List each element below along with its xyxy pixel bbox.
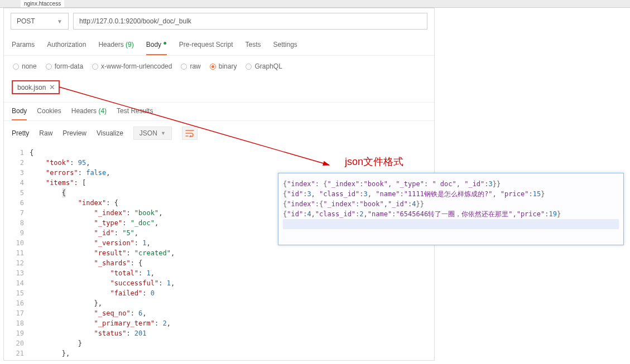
radio-none[interactable]: none xyxy=(13,62,37,70)
tab-headers[interactable]: Headers (9) xyxy=(98,41,133,55)
radio-icon xyxy=(246,64,252,70)
request-row: POST ▼ http://127.0.0.1:9200/book/_doc/_… xyxy=(4,8,434,34)
tab-body-label: Body xyxy=(146,41,161,48)
json-file-box: {"index": {"_index":"book", "_type": " d… xyxy=(278,173,624,245)
radio-icon xyxy=(181,64,187,70)
radio-icon xyxy=(92,64,98,70)
radio-urlencoded[interactable]: x-www-form-urlencoded xyxy=(92,62,172,70)
url-text: http://127.0.0.1:9200/book/_doc/_bulk xyxy=(79,17,191,25)
resp-tab-test-results[interactable]: Test Results xyxy=(117,107,153,120)
radio-graphql-label: GraphQL xyxy=(254,62,282,70)
tab-prerequest[interactable]: Pre-request Script xyxy=(179,41,233,55)
request-tabs: Params Authorization Headers (9) Body • … xyxy=(4,34,434,56)
url-input[interactable]: http://127.0.0.1:9200/book/_doc/_bulk xyxy=(73,13,427,30)
radio-formdata-label: form-data xyxy=(55,62,83,70)
radio-binary[interactable]: binary xyxy=(210,62,237,70)
annotation-title: json文件格式 xyxy=(345,155,403,168)
response-tabs: Body Cookies Headers (4) Test Results xyxy=(4,103,434,121)
radio-binary-label: binary xyxy=(219,62,237,70)
http-method-label: POST xyxy=(17,17,35,25)
tab-authorization[interactable]: Authorization xyxy=(47,41,86,55)
tab-tests[interactable]: Tests xyxy=(245,41,261,55)
resp-tab-headers-label: Headers xyxy=(71,107,97,115)
view-pretty[interactable]: Pretty xyxy=(12,129,29,137)
body-type-radios: none form-data x-www-form-urlencoded raw… xyxy=(4,56,434,77)
view-raw[interactable]: Raw xyxy=(39,129,52,137)
resp-tab-cookies[interactable]: Cookies xyxy=(37,107,61,120)
response-toolbar: Pretty Raw Preview Visualize JSON ▼ xyxy=(4,121,434,145)
radio-formdata[interactable]: form-data xyxy=(46,62,83,70)
resp-tab-headers-count: (4) xyxy=(98,107,107,115)
wrap-icon xyxy=(185,129,194,137)
file-chip-name: book.json xyxy=(17,84,46,91)
editor-tab-strip xyxy=(0,0,630,8)
resp-tab-headers[interactable]: Headers (4) xyxy=(71,107,107,120)
tab-headers-label: Headers xyxy=(98,41,123,48)
radio-raw-label: raw xyxy=(190,62,200,70)
tab-params[interactable]: Params xyxy=(12,41,35,55)
radio-raw[interactable]: raw xyxy=(181,62,200,70)
close-icon[interactable]: ✕ xyxy=(49,83,55,91)
radio-urlencoded-label: x-www-form-urlencoded xyxy=(101,62,172,70)
radio-icon xyxy=(13,64,19,70)
radio-none-label: none xyxy=(22,62,37,70)
view-visualize[interactable]: Visualize xyxy=(97,129,123,137)
code-source: { "took": 95, "errors": false, "items": … xyxy=(30,148,175,358)
line-gutter: 123456789101112131415161718192021 xyxy=(4,148,30,358)
resp-tab-body[interactable]: Body xyxy=(12,107,27,120)
radio-icon-selected xyxy=(210,64,216,70)
lang-select[interactable]: JSON ▼ xyxy=(133,127,172,140)
chevron-down-icon: ▼ xyxy=(161,130,166,136)
modified-dot-icon: • xyxy=(163,38,166,49)
tab-settings[interactable]: Settings xyxy=(273,41,297,55)
editor-file-tab[interactable]: nginx.htaccess xyxy=(21,0,64,7)
lang-label: JSON xyxy=(140,129,157,137)
http-method-select[interactable]: POST ▼ xyxy=(11,13,69,30)
view-preview[interactable]: Preview xyxy=(62,129,86,137)
radio-icon xyxy=(46,64,52,70)
tab-body[interactable]: Body • xyxy=(146,41,167,55)
tab-headers-count: (9) xyxy=(126,41,134,48)
radio-graphql[interactable]: GraphQL xyxy=(246,62,282,70)
chevron-down-icon: ▼ xyxy=(57,18,62,25)
binary-file-chip[interactable]: book.json ✕ xyxy=(12,80,60,94)
wrap-lines-button[interactable] xyxy=(182,127,198,140)
